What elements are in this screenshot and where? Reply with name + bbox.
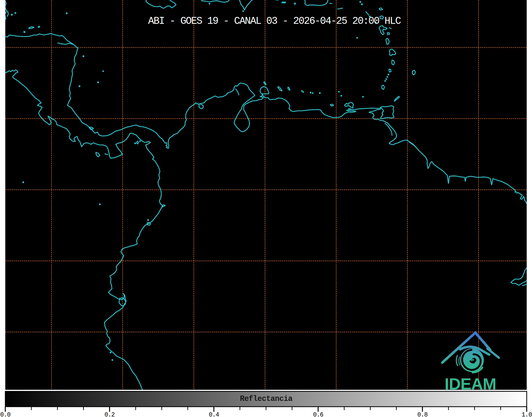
svg-text:0.2: 0.2 [104, 411, 115, 417]
svg-text:IDEAM: IDEAM [445, 375, 496, 393]
svg-text:0.0: 0.0 [0, 411, 11, 417]
svg-text:Reflectancia: Reflectancia [240, 395, 293, 403]
svg-text:ABI - GOES 19 - CANAL 03 - 202: ABI - GOES 19 - CANAL 03 - 2026-04-25 20… [148, 15, 401, 27]
svg-text:1.0: 1.0 [522, 411, 532, 417]
svg-text:0.8: 0.8 [417, 411, 428, 417]
svg-text:0.4: 0.4 [209, 411, 219, 417]
svg-text:0.6: 0.6 [313, 411, 323, 417]
